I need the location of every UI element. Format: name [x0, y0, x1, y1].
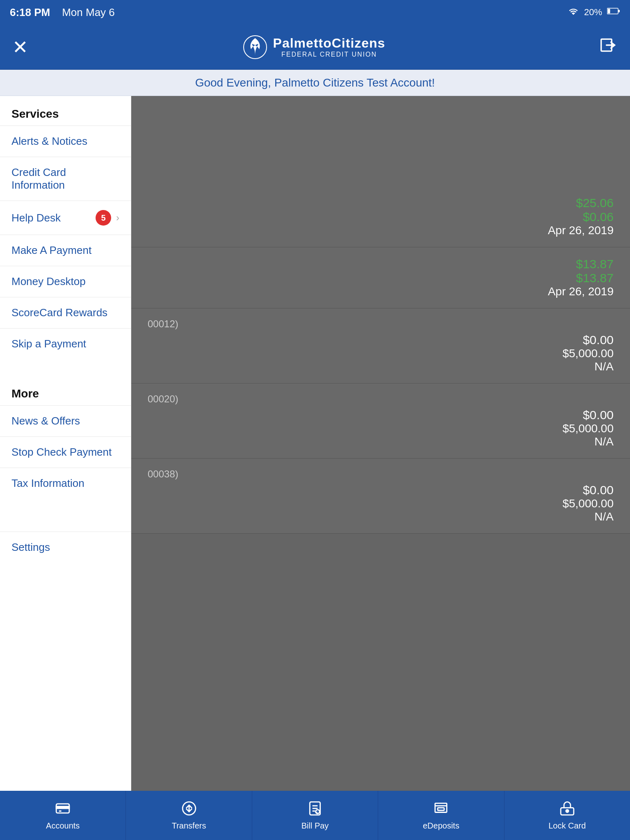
- brand-name: PalmettoCitizens: [273, 36, 386, 51]
- account-2-available: $13.87: [148, 271, 614, 285]
- status-time: 6:18 PM: [10, 6, 50, 18]
- status-icons: 20%: [568, 7, 620, 18]
- account-3-limit: $5,000.00: [148, 347, 614, 360]
- account-5-limit: $5,000.00: [148, 497, 614, 510]
- bill-pay-icon: $: [307, 801, 323, 819]
- account-row-5[interactable]: 00038) $0.00 $5,000.00 N/A: [131, 459, 630, 534]
- brand-subtitle: Federal Credit Union: [273, 51, 386, 58]
- bill-pay-label: Bill Pay: [301, 821, 329, 831]
- accounts-icon: [55, 801, 71, 819]
- edeposits-icon: [433, 801, 449, 819]
- nav-edeposits[interactable]: eDeposits: [378, 791, 504, 840]
- account-3-balance: $0.00: [148, 333, 614, 347]
- nav-accounts[interactable]: Accounts: [0, 791, 126, 840]
- account-2-balance: $13.87: [148, 257, 614, 271]
- sidebar: Services Alerts & Notices Credit Card In…: [0, 96, 131, 791]
- svg-text:$: $: [316, 810, 318, 814]
- status-bar: 6:18 PM Mon May 6 20%: [0, 0, 630, 25]
- bottom-nav: Accounts Transfers $ Bill Pay: [0, 791, 630, 840]
- content-area: $25.06 $0.06 Apr 26, 2019 $13.87 $13.87 …: [131, 96, 630, 791]
- sidebar-item-settings[interactable]: Settings: [0, 532, 131, 563]
- account-3-date: N/A: [148, 360, 614, 373]
- svg-rect-2: [618, 10, 620, 12]
- sidebar-item-stop-check[interactable]: Stop Check Payment: [0, 436, 131, 468]
- account-4-limit: $5,000.00: [148, 422, 614, 435]
- account-5-balance: $0.00: [148, 483, 614, 497]
- accounts-label: Accounts: [46, 821, 80, 831]
- nav-lock-card[interactable]: Lock Card: [504, 791, 630, 840]
- brand-text: PalmettoCitizens Federal Credit Union: [273, 36, 386, 58]
- transfers-icon: [181, 801, 197, 819]
- nav-transfers[interactable]: Transfers: [126, 791, 252, 840]
- greeting-bar: Good Evening, Palmetto Citizens Test Acc…: [0, 70, 630, 96]
- sidebar-item-skip-payment[interactable]: Skip a Payment: [0, 328, 131, 359]
- sidebar-spacer-3: [0, 515, 131, 532]
- sidebar-item-help-desk[interactable]: Help Desk 5 ›: [0, 201, 131, 235]
- account-row-1[interactable]: $25.06 $0.06 Apr 26, 2019: [131, 186, 630, 247]
- more-section-header: More: [0, 376, 131, 405]
- account-4-number: 00020): [148, 393, 614, 405]
- lock-card-label: Lock Card: [548, 821, 586, 831]
- svg-rect-6: [56, 806, 69, 808]
- app-header: ✕ PalmettoCitizens Federal Credit Union: [0, 25, 630, 70]
- sidebar-spacer-2: [0, 499, 131, 515]
- account-row-2[interactable]: $13.87 $13.87 Apr 26, 2019: [131, 247, 630, 308]
- transfers-label: Transfers: [172, 821, 206, 831]
- sidebar-item-credit-card[interactable]: Credit Card Information: [0, 157, 131, 201]
- help-desk-right: 5 ›: [96, 210, 119, 226]
- account-5-number: 00038): [148, 468, 614, 480]
- sidebar-item-news[interactable]: News & Offers: [0, 405, 131, 436]
- help-desk-badge: 5: [96, 210, 111, 226]
- account-1-balance: $25.06: [148, 196, 614, 210]
- sidebar-item-make-payment[interactable]: Make A Payment: [0, 235, 131, 266]
- svg-rect-1: [608, 9, 610, 14]
- sidebar-item-tax[interactable]: Tax Information: [0, 468, 131, 499]
- sidebar-item-money-desktop[interactable]: Money Desktop: [0, 266, 131, 297]
- edeposits-label: eDeposits: [423, 821, 459, 831]
- account-5-date: N/A: [148, 510, 614, 523]
- svg-point-18: [566, 810, 568, 812]
- sidebar-item-scorecard[interactable]: ScoreCard Rewards: [0, 297, 131, 328]
- main-layout: Services Alerts & Notices Credit Card In…: [0, 96, 630, 791]
- services-section-header: Services: [0, 96, 131, 126]
- chevron-right-icon: ›: [116, 212, 119, 224]
- svg-rect-7: [59, 810, 62, 811]
- greeting-text: Good Evening, Palmetto Citizens Test Acc…: [195, 76, 435, 89]
- svg-rect-16: [438, 808, 445, 810]
- close-button[interactable]: ✕: [12, 38, 28, 57]
- account-2-date: Apr 26, 2019: [148, 285, 614, 298]
- account-4-balance: $0.00: [148, 408, 614, 422]
- account-row-4[interactable]: 00020) $0.00 $5,000.00 N/A: [131, 383, 630, 459]
- account-1-date: Apr 26, 2019: [148, 224, 614, 237]
- battery-icon: [607, 7, 620, 18]
- account-3-number: 00012): [148, 318, 614, 330]
- sidebar-spacer-1: [0, 359, 131, 376]
- content-top-spacer: [131, 96, 630, 186]
- nav-bill-pay[interactable]: $ Bill Pay: [252, 791, 378, 840]
- lock-card-icon: [559, 801, 575, 819]
- sidebar-item-alerts[interactable]: Alerts & Notices: [0, 126, 131, 157]
- account-1-available: $0.06: [148, 210, 614, 224]
- battery-percent: 20%: [584, 7, 602, 18]
- status-time-date: 6:18 PM Mon May 6: [10, 6, 115, 19]
- account-row-3[interactable]: 00012) $0.00 $5,000.00 N/A: [131, 308, 630, 383]
- status-date: Mon May 6: [62, 6, 115, 18]
- logout-button[interactable]: [600, 36, 618, 58]
- account-4-date: N/A: [148, 435, 614, 448]
- wifi-icon: [568, 7, 579, 18]
- brand-logo: PalmettoCitizens Federal Credit Union: [243, 35, 386, 59]
